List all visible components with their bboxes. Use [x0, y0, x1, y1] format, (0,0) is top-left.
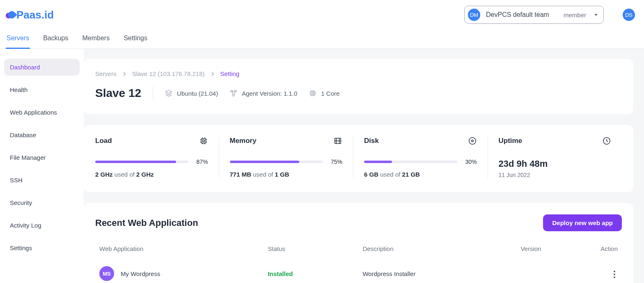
recent-apps-table: Web Application Status Description Versi…: [95, 242, 622, 283]
top-bar-right: DM DevPCS default team member DS: [464, 6, 635, 24]
layers-icon: [165, 89, 173, 97]
stat-title: Disk: [364, 137, 379, 145]
server-agent-label: Agent Version: 1.1.0: [242, 90, 297, 97]
svg-rect-6: [202, 140, 204, 142]
recent-apps-title: Recent Web Application: [95, 218, 198, 228]
stat-usage: 771 MB used of 1 GB: [230, 171, 343, 178]
stat-title: Load: [95, 137, 112, 145]
app-name[interactable]: My Wordpress: [121, 270, 160, 277]
main-tabs: ServersBackupsMembersSettings: [0, 24, 644, 49]
uptime-date: 11 Jun 2022: [499, 172, 612, 178]
col-status: Status: [264, 242, 359, 260]
stat-uptime: Uptime 23d 9h 48m 11 Jun 2022: [488, 136, 622, 178]
svg-rect-3: [311, 91, 315, 95]
progress: 75%: [230, 159, 343, 165]
breadcrumb-item-current: Setting: [220, 70, 240, 77]
sidebar-item-health[interactable]: Health: [4, 81, 80, 98]
table-row: MSMy WordpressInstalledWordpress Install…: [95, 260, 622, 283]
stat-title: Uptime: [499, 137, 523, 145]
tab-members[interactable]: Members: [82, 35, 111, 48]
sidebar-item-ssh[interactable]: SSH: [4, 172, 80, 189]
user-avatar[interactable]: DS: [623, 9, 635, 21]
breadcrumb-item[interactable]: Slave 12 (103.176.78.218): [132, 70, 205, 77]
row-actions-menu[interactable]: [611, 268, 618, 281]
content: Servers Slave 12 (103.176.78.218) Settin…: [84, 49, 644, 283]
team-name: DevPCS default team: [486, 11, 558, 18]
chevron-right-icon: [122, 70, 126, 77]
progress-fill: [364, 161, 392, 163]
sidebar-item-web-applications[interactable]: Web Applications: [4, 104, 80, 121]
team-avatar: DM: [468, 9, 480, 21]
cpu-icon: [309, 89, 317, 97]
progress-fill: [95, 161, 176, 163]
server-header-card: Servers Slave 12 (103.176.78.218) Settin…: [84, 59, 633, 114]
col-desc: Description: [358, 242, 516, 260]
col-app: Web Application: [95, 242, 264, 260]
svg-point-9: [471, 140, 473, 142]
brand-text: Paas.id: [16, 9, 54, 21]
stat-usage: 6 GB used of 21 GB: [364, 171, 477, 178]
progress: 87%: [95, 159, 208, 165]
breadcrumb-item[interactable]: Servers: [95, 70, 117, 77]
chevron-right-icon: [211, 70, 215, 77]
app-avatar: MS: [99, 266, 114, 281]
stat-usage: 2 GHz used of 2 GHz: [95, 171, 208, 178]
server-title-row: Slave 12 Ubuntu (21.04) Agent Version: 1…: [95, 86, 622, 100]
stat-disk: Disk 30% 6 GB used of 21 GB: [353, 136, 488, 178]
server-title: Slave 12: [95, 87, 141, 100]
team-role: member: [564, 12, 586, 18]
page-layout: DashboardHealthWeb ApplicationsDatabaseF…: [0, 49, 644, 283]
server-cores: 1 Core: [309, 89, 339, 97]
svg-point-2: [233, 94, 234, 96]
stats-row: Load 87% 2 GHz used of 2 GHz: [95, 136, 622, 178]
col-version: Version: [516, 242, 580, 260]
sidebar-item-activity-log[interactable]: Activity Log: [4, 217, 80, 234]
brand-logo[interactable]: Paas.id: [6, 9, 54, 21]
disk-icon: [468, 136, 477, 145]
breadcrumb: Servers Slave 12 (103.176.78.218) Settin…: [95, 70, 622, 77]
recent-apps-card: Recent Web Application Deploy new web ap…: [84, 203, 633, 283]
memory-icon: [333, 136, 342, 145]
col-action: Action: [580, 242, 622, 260]
progress-percent: 75%: [328, 159, 342, 165]
svg-point-8: [469, 138, 476, 145]
deploy-button[interactable]: Deploy new web app: [543, 214, 622, 231]
progress: 30%: [364, 159, 477, 165]
cpu-icon: [199, 136, 208, 145]
sidebar-item-settings[interactable]: Settings: [4, 239, 80, 256]
svg-rect-5: [201, 139, 206, 143]
server-agent: Agent Version: 1.1.0: [229, 89, 297, 97]
status-badge: Installed: [268, 270, 293, 277]
sidebar-item-file-manager[interactable]: File Manager: [4, 149, 80, 166]
clock-icon: [602, 136, 611, 145]
tab-settings[interactable]: Settings: [123, 35, 148, 48]
nodes-icon: [229, 89, 238, 97]
server-os-label: Ubuntu (21.04): [177, 90, 218, 97]
stats-card: Load 87% 2 GHz used of 2 GHz: [84, 125, 633, 192]
progress-fill: [230, 161, 300, 163]
server-os: Ubuntu (21.04): [165, 89, 218, 97]
stat-memory: Memory 75% 771 MB used of 1 GB: [219, 136, 353, 178]
app-version: [516, 260, 580, 283]
sidebar: DashboardHealthWeb ApplicationsDatabaseF…: [0, 49, 84, 283]
stat-title: Memory: [230, 137, 257, 145]
app-desc: Wordpress Installer: [358, 260, 516, 283]
sidebar-item-dashboard[interactable]: Dashboard: [4, 59, 80, 76]
top-bar: Paas.id DM DevPCS default team member DS: [0, 0, 644, 24]
uptime-value: 23d 9h 48m: [499, 159, 612, 169]
tab-backups[interactable]: Backups: [42, 35, 69, 48]
chevron-down-icon: [594, 14, 598, 16]
divider: [153, 86, 153, 100]
team-selector[interactable]: DM DevPCS default team member: [464, 6, 604, 24]
sidebar-item-database[interactable]: Database: [4, 127, 80, 143]
server-cores-label: 1 Core: [321, 90, 339, 97]
svg-rect-4: [312, 92, 314, 94]
progress-percent: 30%: [462, 159, 477, 165]
brand-icon: [6, 11, 15, 18]
sidebar-item-security[interactable]: Security: [4, 194, 80, 211]
stat-load: Load 87% 2 GHz used of 2 GHz: [95, 136, 219, 178]
progress-percent: 87%: [193, 159, 208, 165]
tab-servers[interactable]: Servers: [6, 35, 30, 49]
